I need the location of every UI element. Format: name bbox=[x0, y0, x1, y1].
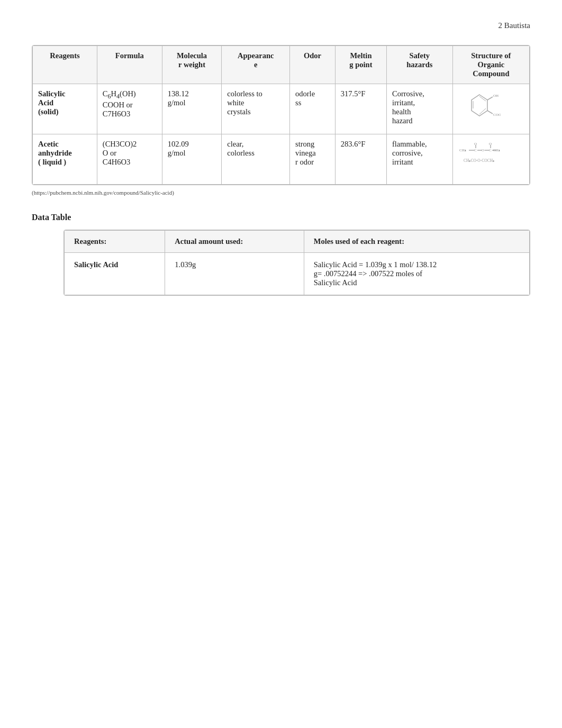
reagent-structure: CH₃ C O O C O CH₃ CH₃CO-O bbox=[452, 134, 529, 185]
svg-text:C: C bbox=[474, 148, 477, 152]
col-melting: Melting point bbox=[335, 46, 386, 84]
data-section: Data Table Reagents: Actual amount used:… bbox=[32, 213, 530, 296]
acetic-structure-svg: CH₃ C O O C O CH₃ CH₃CO-O bbox=[458, 140, 501, 177]
svg-line-6 bbox=[487, 111, 493, 114]
table-row: Aceticanhydride( liquid ) (CH3CO)2O orC4… bbox=[33, 134, 530, 185]
col-structure: Structure ofOrganicCompound bbox=[452, 46, 529, 84]
page-number: 2 Bautista bbox=[498, 21, 530, 30]
reagent-safety: Corrosive,irritant,healthhazard bbox=[386, 84, 452, 134]
citation: (https://pubchem.ncbi.nlm.nih.gov/compou… bbox=[32, 189, 530, 196]
svg-text:O: O bbox=[489, 142, 492, 146]
data-table-title: Data Table bbox=[32, 213, 530, 222]
table-header-row: Reagents Formula Molecular weight Appear… bbox=[33, 46, 530, 84]
col-reagents: Reagents bbox=[33, 46, 97, 84]
reagent-formula: (CH3CO)2O orC4H6O3 bbox=[97, 134, 162, 185]
data-table: Reagents: Actual amount used: Moles used… bbox=[64, 230, 530, 295]
col-odor: Odor bbox=[290, 46, 336, 84]
svg-text:COOH: COOH bbox=[493, 113, 501, 117]
reagent-structure: OH COOH bbox=[452, 84, 529, 134]
data-col-amount: Actual amount used: bbox=[165, 231, 304, 253]
col-formula: Formula bbox=[97, 46, 162, 84]
reagent-formula: C6H4(OH)COOH orC7H6O3 bbox=[97, 84, 162, 134]
reagent-appearance: clear,colorless bbox=[222, 134, 290, 185]
data-col-moles: Moles used of each reagent: bbox=[304, 231, 529, 253]
data-table-header-row: Reagents: Actual amount used: Moles used… bbox=[65, 231, 530, 253]
data-col-reagents: Reagents: bbox=[65, 231, 165, 253]
reagent-melting: 283.6°F bbox=[335, 134, 386, 185]
data-moles: Salicylic Acid = 1.039g x 1 mol/ 138.12 … bbox=[304, 253, 529, 295]
reagent-molweight: 102.09g/mol bbox=[162, 134, 222, 185]
page-header: 2 Bautista bbox=[32, 21, 530, 30]
svg-text:CH₃: CH₃ bbox=[459, 148, 466, 152]
reagent-safety: flammable,corrosive,irritant bbox=[386, 134, 452, 185]
svg-marker-0 bbox=[472, 95, 487, 116]
reagents-table-container: Reagents Formula Molecular weight Appear… bbox=[32, 45, 530, 185]
salicylic-structure-svg: OH COOH bbox=[458, 89, 501, 126]
reagent-melting: 317.5°F bbox=[335, 84, 386, 134]
svg-text:O: O bbox=[482, 148, 484, 152]
reagents-table: Reagents Formula Molecular weight Appear… bbox=[32, 46, 530, 185]
table-row: SalicylicAcid(solid) C6H4(OH)COOH orC7H6… bbox=[33, 84, 530, 134]
svg-text:OH: OH bbox=[493, 94, 498, 98]
data-table-row: Salicylic Acid 1.039g Salicylic Acid = 1… bbox=[65, 253, 530, 295]
svg-text:CH₃CO-O-COCH₃: CH₃CO-O-COCH₃ bbox=[464, 158, 494, 163]
svg-text:O: O bbox=[474, 142, 477, 146]
reagent-molweight: 138.12g/mol bbox=[162, 84, 222, 134]
reagent-appearance: colorless towhitecrystals bbox=[222, 84, 290, 134]
reagent-odor: odorless bbox=[290, 84, 336, 134]
reagent-name: SalicylicAcid(solid) bbox=[33, 84, 97, 134]
col-appearance: Appearance bbox=[222, 46, 290, 84]
col-molweight: Molecular weight bbox=[162, 46, 222, 84]
data-amount: 1.039g bbox=[165, 253, 304, 295]
reagent-name: Aceticanhydride( liquid ) bbox=[33, 134, 97, 185]
svg-text:CH₃: CH₃ bbox=[493, 148, 500, 152]
col-safety: Safetyhazards bbox=[386, 46, 452, 84]
data-table-container: Reagents: Actual amount used: Moles used… bbox=[64, 230, 530, 296]
data-reagent-name: Salicylic Acid bbox=[65, 253, 165, 295]
svg-line-4 bbox=[487, 97, 493, 100]
reagent-odor: strongvinegar odor bbox=[290, 134, 336, 185]
svg-text:C: C bbox=[489, 148, 492, 152]
